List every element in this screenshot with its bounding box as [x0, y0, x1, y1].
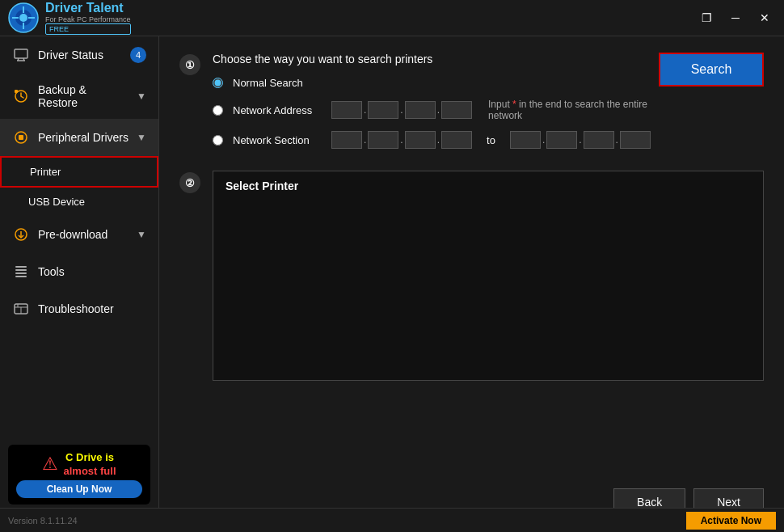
step1-circle: ① [179, 54, 200, 75]
minimize-button[interactable]: ─ [724, 10, 747, 26]
printer-list-box: Select Printer [213, 171, 764, 381]
cdrive-line1: C Drive is [63, 451, 116, 465]
window-controls: ❐ ─ ✕ [695, 10, 776, 26]
troubleshooter-label: Troubleshooter [38, 302, 146, 315]
normal-search-label: Normal Search [233, 77, 322, 89]
pre-download-label: Pre-download [38, 228, 129, 241]
network-section-radio[interactable] [213, 135, 223, 146]
download-icon [12, 226, 30, 243]
peripheral-icon [12, 129, 30, 146]
network-section-from-inputs: . . . [331, 131, 472, 149]
app-subtitle: For Peak PC Performance [45, 15, 131, 23]
app-logo [8, 2, 39, 33]
tools-label: Tools [38, 265, 146, 278]
cdrive-line2: almost full [63, 465, 116, 477]
network-address-inputs: . . . [331, 101, 472, 119]
to-label: to [487, 134, 495, 146]
addr-octet3[interactable] [405, 101, 436, 119]
select-printer-title: Select Printer [226, 179, 751, 192]
network-address-label: Network Address [233, 104, 322, 116]
section-to-octet2[interactable] [546, 131, 577, 149]
svg-rect-20 [15, 276, 27, 277]
sidebar-item-printer[interactable]: Printer [0, 156, 158, 188]
svg-rect-18 [15, 272, 27, 274]
section-to-octet4[interactable] [620, 131, 651, 149]
svg-rect-12 [15, 90, 18, 93]
restore-button[interactable]: ❐ [695, 10, 718, 26]
tools-icon [12, 263, 30, 281]
normal-search-row: Normal Search [213, 77, 659, 89]
close-button[interactable]: ✕ [753, 10, 776, 26]
sidebar: Driver Status 4 Backup & Restore ▼ [0, 36, 159, 532]
addr-octet2[interactable] [368, 101, 398, 119]
peripheral-drivers-label: Peripheral Drivers [38, 131, 129, 144]
main-layout: Driver Status 4 Backup & Restore ▼ [0, 36, 784, 532]
svg-rect-7 [15, 49, 27, 58]
printer-label: Printer [30, 166, 61, 178]
driver-status-badge: 4 [130, 47, 146, 63]
sidebar-item-peripheral-drivers[interactable]: Peripheral Drivers ▼ [0, 119, 158, 156]
step1-header: ① Choose the way you want to search prin… [179, 53, 764, 158]
network-address-radio[interactable] [213, 105, 223, 116]
warning-icon: ⚠ [42, 454, 58, 475]
step1-content: Choose the way you want to search printe… [213, 53, 659, 158]
footer-bar: Version 8.1.11.24 Activate Now [0, 508, 784, 532]
sidebar-item-pre-download[interactable]: Pre-download ▼ [0, 216, 158, 253]
sidebar-item-usb-device[interactable]: USB Device [0, 188, 158, 216]
app-title: Driver Talent For Peak PC Performance FR… [45, 1, 131, 35]
section-to-octet1[interactable] [510, 131, 541, 149]
backup-arrow-icon: ▼ [137, 91, 146, 102]
network-section-to-inputs: . . . [510, 131, 651, 149]
usb-device-label: USB Device [28, 196, 85, 208]
title-bar: Driver Talent For Peak PC Performance FR… [0, 0, 784, 36]
network-section-label: Network Section [233, 134, 322, 146]
sidebar-item-driver-status[interactable]: Driver Status 4 [0, 36, 158, 74]
network-section-row: Network Section . . . to [213, 131, 659, 149]
section-to-octet3[interactable] [584, 131, 614, 149]
step2-circle: ② [179, 172, 200, 193]
svg-rect-17 [15, 269, 27, 271]
svg-point-2 [19, 14, 27, 22]
normal-search-radio[interactable] [213, 78, 223, 88]
step2-section: ② Select Printer [179, 171, 764, 470]
activate-button[interactable]: Activate Now [686, 512, 776, 530]
section-from-octet1[interactable] [331, 131, 362, 149]
backup-icon [12, 87, 30, 105]
search-button[interactable]: Search [659, 53, 764, 87]
app-name: Driver Talent [45, 1, 131, 15]
sidebar-item-tools[interactable]: Tools [0, 253, 158, 290]
addr-octet1[interactable] [331, 101, 362, 119]
svg-rect-14 [19, 135, 23, 140]
footer-version: Version 8.1.11.24 [8, 516, 78, 526]
predownload-arrow-icon: ▼ [137, 229, 146, 240]
step2-inner: ② Select Printer [179, 171, 764, 470]
peripheral-arrow-icon: ▼ [137, 132, 146, 143]
backup-restore-label: Backup & Restore [38, 83, 129, 109]
addr-octet4[interactable] [441, 101, 472, 119]
free-badge: FREE [45, 23, 131, 35]
step1-section: ① Choose the way you want to search prin… [179, 53, 659, 158]
section-from-octet3[interactable] [405, 131, 436, 149]
step1-title: Choose the way you want to search printe… [213, 53, 659, 65]
section-from-octet2[interactable] [368, 131, 398, 149]
troubleshoot-icon [12, 300, 30, 318]
network-address-row: Network Address . . . Input * in the end… [213, 99, 659, 121]
svg-rect-19 [15, 266, 27, 268]
sidebar-item-backup-restore[interactable]: Backup & Restore ▼ [0, 74, 158, 119]
network-address-hint: Input * in the end to search the entire … [488, 99, 659, 121]
driver-status-label: Driver Status [38, 49, 122, 61]
cdrive-text: C Drive is almost full [63, 451, 116, 477]
section-from-octet4[interactable] [441, 131, 472, 149]
cdrive-warning-box: ⚠ C Drive is almost full Clean Up Now [8, 445, 150, 505]
content-area: ① Choose the way you want to search prin… [159, 36, 784, 532]
cleanup-button[interactable]: Clean Up Now [16, 480, 142, 498]
monitor-icon [12, 46, 30, 64]
sidebar-item-troubleshooter[interactable]: Troubleshooter [0, 290, 158, 327]
app-branding: Driver Talent For Peak PC Performance FR… [8, 1, 131, 35]
